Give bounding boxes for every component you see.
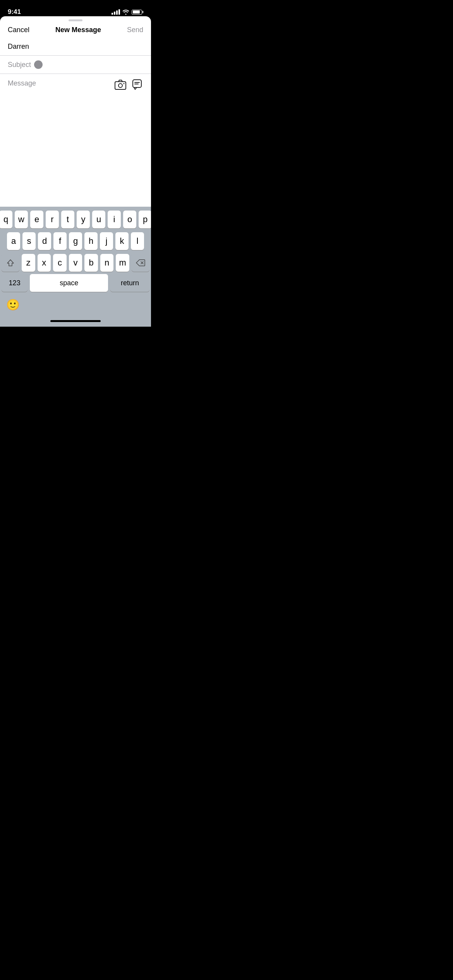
emoji-bar: 🙂 xyxy=(0,294,151,315)
key-e[interactable]: e xyxy=(30,211,43,228)
key-t[interactable]: t xyxy=(61,211,74,228)
message-placeholder: Message xyxy=(8,79,36,87)
key-i[interactable]: i xyxy=(108,211,121,228)
key-y[interactable]: y xyxy=(77,211,90,228)
key-u[interactable]: u xyxy=(92,211,105,228)
key-q[interactable]: q xyxy=(0,211,12,228)
key-w[interactable]: w xyxy=(15,211,28,228)
key-d[interactable]: d xyxy=(38,232,51,250)
delete-key[interactable] xyxy=(132,254,149,272)
to-value: Darren xyxy=(8,43,143,51)
status-icons xyxy=(112,9,143,15)
modal-sheet: Cancel New Message Send Darren Subject M… xyxy=(0,16,151,327)
key-h[interactable]: h xyxy=(84,232,98,250)
status-time: 9:41 xyxy=(8,8,21,16)
key-k[interactable]: k xyxy=(115,232,129,250)
home-indicator xyxy=(50,320,101,322)
svg-rect-0 xyxy=(115,82,126,89)
key-a[interactable]: a xyxy=(7,232,20,250)
home-indicator-bar xyxy=(0,315,151,327)
space-key[interactable]: space xyxy=(30,274,108,292)
chat-bubble-icon[interactable] xyxy=(132,79,143,90)
keyboard-bottom-row: 123 space return xyxy=(0,274,151,294)
key-v[interactable]: v xyxy=(69,254,82,272)
num-key[interactable]: 123 xyxy=(2,274,27,292)
subject-placeholder: Subject xyxy=(8,61,31,69)
key-f[interactable]: f xyxy=(53,232,67,250)
cancel-button[interactable]: Cancel xyxy=(8,26,29,34)
key-m[interactable]: m xyxy=(116,254,129,272)
key-p[interactable]: p xyxy=(139,211,151,228)
shift-key[interactable] xyxy=(2,254,19,272)
subject-indicator xyxy=(34,60,43,69)
key-c[interactable]: c xyxy=(53,254,67,272)
nav-bar: Cancel New Message Send xyxy=(0,21,151,38)
key-g[interactable]: g xyxy=(69,232,82,250)
battery-icon xyxy=(132,10,143,15)
camera-icon[interactable] xyxy=(115,80,126,90)
keyboard: q w e r t y u i o p a s d f g h j k xyxy=(0,207,151,327)
key-x[interactable]: x xyxy=(38,254,51,272)
subject-field-row[interactable]: Subject xyxy=(0,56,151,74)
key-r[interactable]: r xyxy=(46,211,59,228)
key-l[interactable]: l xyxy=(131,232,144,250)
wifi-icon xyxy=(122,9,129,15)
svg-point-2 xyxy=(124,83,125,84)
key-z[interactable]: z xyxy=(22,254,35,272)
compose-title: New Message xyxy=(55,26,101,34)
key-n[interactable]: n xyxy=(100,254,114,272)
signal-icon xyxy=(112,9,120,15)
message-field-row[interactable]: Message xyxy=(0,74,151,96)
key-o[interactable]: o xyxy=(123,211,136,228)
to-field-row[interactable]: Darren xyxy=(0,38,151,56)
form-area: Darren Subject Message xyxy=(0,38,151,96)
key-b[interactable]: b xyxy=(84,254,98,272)
return-key[interactable]: return xyxy=(110,274,149,292)
emoji-button[interactable]: 🙂 xyxy=(6,298,20,311)
key-s[interactable]: s xyxy=(22,232,36,250)
message-icons xyxy=(115,79,143,90)
keyboard-row-1: q w e r t y u i o p xyxy=(2,211,149,228)
send-button[interactable]: Send xyxy=(127,26,143,34)
key-j[interactable]: j xyxy=(100,232,113,250)
keyboard-row-3: z x c v b n m xyxy=(2,254,149,272)
keyboard-row-2: a s d f g h j k l xyxy=(2,232,149,250)
svg-point-1 xyxy=(118,84,122,87)
